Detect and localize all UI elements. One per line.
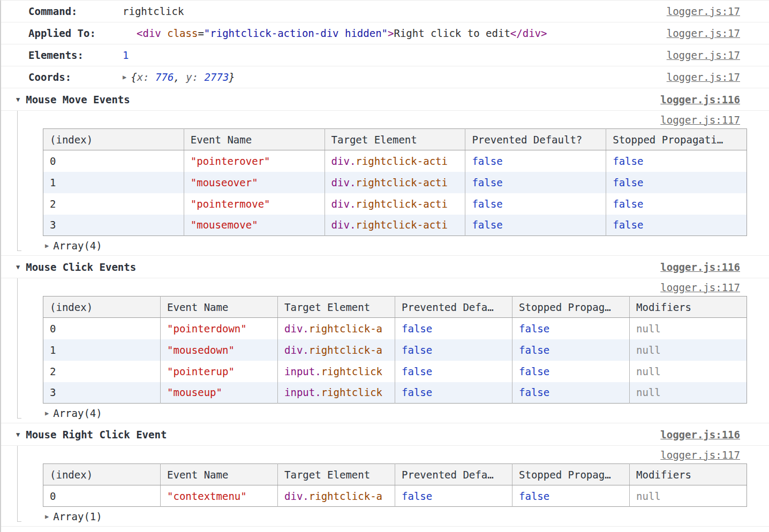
applied-to-label: Applied To:: [28, 27, 123, 39]
cell-event-name: "mouseup": [161, 382, 278, 404]
cell-target-element: div.rightclick-acti: [325, 215, 465, 236]
y-key: y:: [186, 71, 204, 83]
cell-stopped-propagation: false: [606, 150, 747, 172]
cell-prevented-default: false: [395, 361, 512, 382]
array-summary[interactable]: ▶ Array(4): [1, 404, 769, 423]
expand-triangle-icon[interactable]: ▶: [45, 409, 49, 417]
source-link[interactable]: logger.js:116: [660, 429, 740, 440]
table-row: 2 "pointerup" input.rightclick false fal…: [43, 361, 747, 382]
cell-event-name: "pointermove": [184, 193, 325, 215]
cell-stopped-propagation: false: [512, 485, 630, 507]
cell-stopped-propagation: false: [606, 193, 747, 215]
column-header-stopped-propagation[interactable]: Stopped Propag…: [512, 464, 630, 485]
cell-index: 3: [43, 215, 184, 236]
source-link[interactable]: logger.js:17: [667, 5, 740, 17]
column-header-target-element[interactable]: Target Element: [278, 464, 395, 485]
table-row: 0 "contextmenu" div.rightclick-a false f…: [43, 485, 747, 507]
column-header-modifiers[interactable]: Modifiers: [630, 464, 747, 485]
column-header-event-name[interactable]: Event Name: [161, 464, 278, 485]
brace-close: }: [229, 71, 235, 83]
cell-target-element: div.rightclick-a: [278, 485, 395, 507]
cell-index: 0: [43, 150, 184, 172]
table-header-row: (index) Event Name Target Element Preven…: [43, 297, 747, 318]
group-header-mouse-move-events[interactable]: ▼ Mouse Move Events logger.js:116: [1, 88, 769, 111]
cell-stopped-propagation: false: [512, 339, 630, 361]
group-body-mouse-move-events: logger.js:117 (index) Event Name Target …: [1, 111, 769, 256]
array-summary[interactable]: ▶ Array(4): [1, 236, 769, 255]
column-header-stopped-propagation[interactable]: Stopped Propagati…: [606, 129, 747, 150]
table-row: 1 "mousedown" div.rightclick-a false fal…: [43, 339, 747, 361]
group-title: Mouse Right Click Event: [26, 429, 167, 440]
collapse-triangle-icon[interactable]: ▼: [16, 431, 20, 438]
cell-prevented-default: false: [395, 339, 512, 361]
cell-target-element: div.rightclick-a: [278, 318, 395, 339]
cell-event-name: "pointerdown": [161, 318, 278, 339]
cell-target-element: div.rightclick-acti: [325, 150, 465, 172]
column-header-prevented-default[interactable]: Prevented Default?: [465, 129, 606, 150]
source-link[interactable]: logger.js:17: [667, 49, 740, 61]
command-label: Command:: [28, 5, 123, 17]
column-header-index[interactable]: (index): [43, 297, 161, 318]
column-header-prevented-default[interactable]: Prevented Defa…: [395, 464, 512, 485]
cell-prevented-default: false: [395, 382, 512, 404]
close-tag: </div>: [510, 27, 547, 39]
group-header-mouse-click-events[interactable]: ▼ Mouse Click Events logger.js:116: [1, 256, 769, 278]
table-source-row: logger.js:117: [1, 111, 769, 128]
source-link[interactable]: logger.js:117: [660, 449, 740, 461]
y-value: 2773: [205, 71, 229, 83]
column-header-target-element[interactable]: Target Element: [278, 297, 395, 318]
cell-target-element: div.rightclick-acti: [325, 193, 465, 215]
source-link[interactable]: logger.js:117: [660, 282, 740, 293]
cell-stopped-propagation: false: [606, 215, 747, 236]
elements-count: 1: [123, 49, 129, 61]
column-header-event-name[interactable]: Event Name: [161, 297, 278, 318]
expand-triangle-icon[interactable]: ▶: [45, 242, 49, 249]
source-link[interactable]: logger.js:116: [660, 261, 740, 273]
source-link[interactable]: logger.js:116: [660, 94, 740, 105]
coords-object-preview[interactable]: {x: 776, y: 2773}: [131, 71, 235, 83]
array-summary[interactable]: ▶ Array(1): [1, 507, 769, 526]
group-header-mouse-right-click-event[interactable]: ▼ Mouse Right Click Event logger.js:116: [1, 423, 769, 446]
cell-event-name: "mouseover": [184, 172, 325, 193]
column-header-prevented-default[interactable]: Prevented Defa…: [395, 297, 512, 318]
array-label: Array(4): [53, 407, 102, 419]
source-link[interactable]: logger.js:117: [660, 114, 740, 126]
cell-prevented-default: false: [465, 150, 606, 172]
applied-element-preview[interactable]: <div class="rightclick-action-div hidden…: [137, 27, 547, 39]
column-header-modifiers[interactable]: Modifiers: [630, 297, 747, 318]
cell-index: 1: [43, 339, 161, 361]
cell-stopped-propagation: false: [512, 361, 630, 382]
console-entry-elements: Elements: 1 logger.js:17: [1, 44, 769, 66]
cell-modifiers: null: [630, 485, 747, 507]
expand-triangle-icon[interactable]: ▶: [45, 513, 49, 520]
group-indent-guide: [17, 111, 18, 251]
table-row: 3 "mouseup" input.rightclick false false…: [43, 382, 747, 404]
cell-index: 0: [43, 318, 161, 339]
column-header-index[interactable]: (index): [43, 464, 161, 485]
devtools-console-panel: Command: rightclick logger.js:17 Applied…: [0, 0, 769, 532]
source-link[interactable]: logger.js:17: [667, 71, 740, 83]
cell-target-element: div.rightclick-a: [278, 339, 395, 361]
column-header-event-name[interactable]: Event Name: [184, 129, 325, 150]
collapse-triangle-icon[interactable]: ▼: [16, 96, 20, 103]
cell-index: 0: [43, 485, 161, 507]
mouse-move-events-table: (index) Event Name Target Element Preven…: [43, 128, 747, 236]
column-header-target-element[interactable]: Target Element: [325, 129, 465, 150]
group-title: Mouse Move Events: [26, 94, 130, 105]
cell-modifiers: null: [630, 318, 747, 339]
cell-index: 3: [43, 382, 161, 404]
attribute-name: class: [167, 27, 198, 39]
column-header-index[interactable]: (index): [43, 129, 184, 150]
table-row: 0 "pointerover" div.rightclick-acti fals…: [43, 150, 747, 172]
array-label: Array(4): [53, 240, 102, 252]
cell-event-name: "pointerover": [184, 150, 325, 172]
collapse-triangle-icon[interactable]: ▼: [16, 263, 20, 271]
cell-stopped-propagation: false: [512, 382, 630, 404]
table-source-row: logger.js:117: [1, 278, 769, 296]
column-header-stopped-propagation[interactable]: Stopped Propag…: [512, 297, 630, 318]
table-row: 3 "mousemove" div.rightclick-acti false …: [43, 215, 747, 236]
expand-triangle-icon[interactable]: ▶: [123, 73, 126, 81]
cell-event-name: "contextmenu": [161, 485, 278, 507]
source-link[interactable]: logger.js:17: [667, 27, 740, 39]
cell-prevented-default: false: [465, 172, 606, 193]
